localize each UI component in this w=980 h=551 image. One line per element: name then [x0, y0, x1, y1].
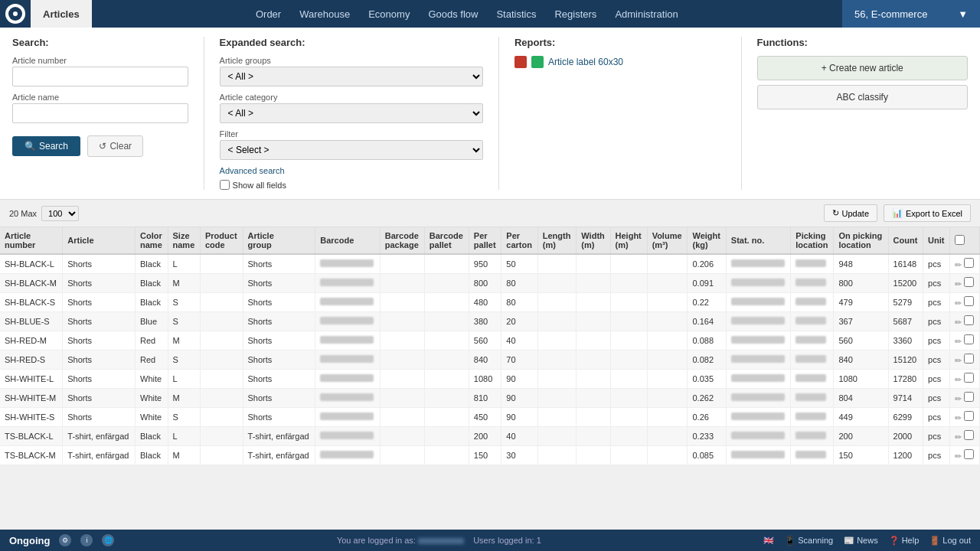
col-length: Length(m) — [537, 227, 577, 254]
cell-article-number: SH-WHITE-L — [0, 370, 63, 389]
nav-warehouse[interactable]: Warehouse — [299, 8, 350, 20]
store-selector[interactable]: 56, E-commerce ▼ — [842, 0, 980, 28]
cell-stat-no — [726, 254, 790, 274]
cell-weight: 0.233 — [688, 427, 726, 446]
col-article-number: Articlenumber — [0, 227, 63, 254]
article-category-select[interactable]: < All > — [220, 103, 483, 123]
edit-icon[interactable]: ✏ — [955, 279, 962, 289]
article-category-group: Article category < All > — [220, 93, 483, 123]
edit-icon[interactable]: ✏ — [955, 260, 962, 269]
table-row: TS-BLACK-L T-shirt, enfärgad Black L T-s… — [0, 427, 980, 446]
export-icon: 📊 — [892, 208, 903, 218]
cell-product-code — [201, 274, 243, 293]
cell-article-group: Shorts — [243, 389, 315, 408]
cell-color: Red — [136, 331, 168, 350]
cell-picking-location — [791, 293, 834, 312]
cell-barcode-package — [380, 293, 424, 312]
edit-icon[interactable]: ✏ — [955, 298, 962, 308]
edit-icon[interactable]: ✏ — [955, 375, 962, 384]
search-button[interactable]: 🔍 Search — [12, 136, 80, 156]
cell-barcode-pallet — [424, 312, 469, 331]
nav-goodsflow[interactable]: Goods flow — [428, 8, 478, 20]
cell-actions: ✏ — [950, 254, 980, 274]
cell-article: Shorts — [63, 254, 136, 274]
col-color-name: Colorname — [136, 227, 168, 254]
cell-unit: pcs — [923, 350, 950, 370]
edit-icon[interactable]: ✏ — [955, 452, 962, 461]
edit-icon[interactable]: ✏ — [955, 394, 962, 403]
article-groups-select[interactable]: < All > — [220, 67, 483, 86]
advanced-search-link[interactable]: Advanced search — [220, 166, 483, 175]
cell-weight: 0.262 — [688, 389, 726, 408]
row-checkbox[interactable] — [964, 258, 974, 268]
nav-order[interactable]: Order — [256, 8, 281, 20]
max-select[interactable]: 100 — [41, 206, 79, 221]
cell-volume — [647, 312, 688, 331]
cell-weight: 0.035 — [688, 370, 726, 389]
row-checkbox[interactable] — [964, 354, 974, 364]
cell-barcode-package — [380, 274, 424, 293]
tab-articles[interactable]: Articles — [31, 0, 92, 28]
cell-article: Shorts — [63, 274, 136, 293]
row-checkbox[interactable] — [964, 373, 974, 383]
cell-article-group: Shorts — [243, 370, 315, 389]
update-button[interactable]: ↻ Update — [824, 204, 877, 222]
row-checkbox[interactable] — [964, 411, 974, 421]
row-checkbox[interactable] — [964, 277, 974, 287]
article-name-input[interactable] — [12, 103, 188, 123]
cell-unit: pcs — [923, 408, 950, 427]
nav-registers[interactable]: Registers — [554, 8, 596, 20]
cell-on-picking-location: 200 — [834, 427, 888, 446]
nav-statistics[interactable]: Statistics — [496, 8, 536, 20]
cell-article-number: SH-BLACK-L — [0, 254, 63, 274]
cell-per-pallet: 200 — [469, 427, 501, 446]
cell-actions: ✏ — [950, 370, 980, 389]
cell-height — [610, 427, 647, 446]
row-checkbox[interactable] — [964, 449, 974, 459]
cell-volume — [647, 254, 688, 274]
row-checkbox[interactable] — [964, 334, 974, 344]
cell-article-number: SH-BLUE-S — [0, 312, 63, 331]
edit-icon[interactable]: ✏ — [955, 413, 962, 422]
cell-volume — [647, 274, 688, 293]
cell-size: M — [168, 446, 200, 465]
nav-economy[interactable]: Economy — [368, 8, 410, 20]
create-article-button[interactable]: + Create new article — [757, 56, 969, 80]
cell-picking-location — [791, 312, 834, 331]
col-size-name: Sizename — [168, 227, 200, 254]
edit-icon[interactable]: ✏ — [955, 337, 962, 346]
edit-icon[interactable]: ✏ — [955, 356, 962, 365]
cell-size: L — [168, 427, 200, 446]
clear-button[interactable]: ↺ Clear — [87, 135, 143, 157]
article-number-input[interactable] — [12, 67, 188, 86]
select-all-checkbox[interactable] — [955, 235, 965, 245]
cell-width — [577, 446, 610, 465]
show-all-fields-checkbox[interactable] — [220, 180, 230, 190]
edit-icon[interactable]: ✏ — [955, 318, 962, 327]
article-label-report[interactable]: Article label 60x30 — [514, 56, 726, 68]
row-checkbox[interactable] — [964, 296, 974, 306]
row-checkbox[interactable] — [964, 392, 974, 402]
col-unit: Unit — [923, 227, 950, 254]
update-icon: ↻ — [832, 208, 839, 218]
abc-classify-button[interactable]: ABC classify — [757, 85, 969, 109]
cell-volume — [647, 408, 688, 427]
nav-administration[interactable]: Administration — [615, 8, 678, 20]
cell-article-group: Shorts — [243, 274, 315, 293]
cell-picking-location — [791, 274, 834, 293]
cell-count: 2000 — [888, 427, 923, 446]
filter-select[interactable]: < Select > — [220, 140, 483, 160]
cell-stat-no — [726, 427, 790, 446]
cell-picking-location — [791, 254, 834, 274]
cell-stat-no — [726, 312, 790, 331]
export-button[interactable]: 📊 Export to Excel — [884, 204, 971, 222]
cell-size: S — [168, 408, 200, 427]
row-checkbox[interactable] — [964, 430, 974, 440]
edit-icon[interactable]: ✏ — [955, 432, 962, 442]
row-checkbox[interactable] — [964, 315, 974, 325]
cell-stat-no — [726, 274, 790, 293]
cell-color: White — [136, 389, 168, 408]
app-logo — [0, 0, 31, 28]
cell-volume — [647, 446, 688, 465]
cell-product-code — [201, 331, 243, 350]
